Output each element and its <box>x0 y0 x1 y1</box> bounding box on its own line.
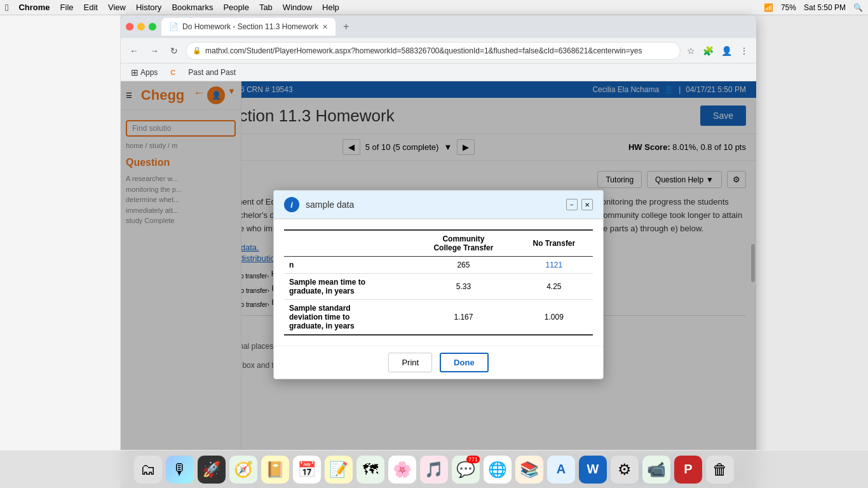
dock-systemprefs[interactable]: ⚙ <box>611 456 639 484</box>
table-header-no-transfer: No Transfer <box>515 230 593 257</box>
extensions-button[interactable]: 🧩 <box>700 43 716 58</box>
apple-menu[interactable]:  <box>5 2 8 13</box>
bookmarks-bar: ⊞ Apps C Past and Past <box>121 64 756 81</box>
dock-notes2[interactable]: 📔 <box>261 456 289 484</box>
tab-title: Do Homework - Section 11.3 Homework <box>182 22 318 31</box>
cell-mean-community: 5.33 <box>412 274 515 300</box>
cell-std-community: 1.167 <box>412 300 515 336</box>
menu-edit[interactable]: Edit <box>84 3 98 12</box>
dock-maps[interactable]: 🗺 <box>356 456 384 484</box>
dock-music[interactable]: 🎵 <box>420 456 448 484</box>
dock-siri[interactable]: 🎙 <box>166 456 194 484</box>
sample-data-table: CommunityCollege Transfer No Transfer n … <box>284 229 593 336</box>
menu-tab[interactable]: Tab <box>259 3 273 12</box>
dock-messages[interactable]: 💬 771 <box>452 456 480 484</box>
modal-footer: Print Done <box>274 346 603 379</box>
row-label-n: n <box>284 257 412 274</box>
apps-label: Apps <box>140 68 158 77</box>
menu-chrome[interactable]: Chrome <box>18 3 50 12</box>
cell-std-no-transfer: 1.009 <box>515 300 593 336</box>
dock-trash[interactable]: 🗑 <box>706 456 734 484</box>
chrome-menu-button[interactable]: ⋮ <box>737 43 751 58</box>
table-header-community: CommunityCollege Transfer <box>412 230 515 257</box>
battery-status: 75% <box>781 3 796 12</box>
menu-file[interactable]: File <box>60 3 74 12</box>
dock-appstore[interactable]: A <box>547 456 575 484</box>
forward-button[interactable]: → <box>146 43 163 58</box>
close-window-button[interactable] <box>126 23 133 30</box>
desktop-left <box>0 15 121 488</box>
dock-books[interactable]: 📚 <box>515 456 543 484</box>
back-button[interactable]: ← <box>126 43 142 58</box>
apps-grid-icon: ⊞ <box>131 67 139 78</box>
reload-button[interactable]: ↻ <box>166 43 182 58</box>
traffic-lights <box>126 23 156 30</box>
row-label-std: Sample standarddeviation time tograduate… <box>284 300 412 336</box>
bookmark-star-button[interactable]: ☆ <box>684 43 698 58</box>
dock-facetime[interactable]: 📹 <box>642 456 670 484</box>
modal-title: sample data <box>306 200 560 210</box>
dock-launchpad[interactable]: 🚀 <box>198 456 226 484</box>
maximize-window-button[interactable] <box>149 23 156 30</box>
chegg-bookmark-icon: C <box>170 69 175 76</box>
minimize-window-button[interactable] <box>137 23 145 30</box>
modal-minimize-button[interactable]: − <box>566 199 578 210</box>
dock-safari[interactable]: 🧭 <box>229 456 257 484</box>
cell-n-no-transfer: 1121 <box>515 257 593 274</box>
menu-view[interactable]: View <box>108 3 126 12</box>
modal-close-button[interactable]: ✕ <box>581 199 593 210</box>
table-row: n 265 1121 <box>284 257 593 274</box>
print-button[interactable]: Print <box>388 353 432 372</box>
table-header-empty <box>284 230 412 257</box>
new-tab-button[interactable]: + <box>343 21 349 32</box>
dock-notes[interactable]: 📝 <box>325 456 353 484</box>
dock-finder[interactable]: 🗂 <box>134 456 162 484</box>
done-button[interactable]: Done <box>440 353 489 372</box>
datetime: Sat 5:50 PM <box>804 3 846 12</box>
url-text: mathxl.com/Student/PlayerHomework.aspx?h… <box>205 46 642 55</box>
dock: 🗂 🎙 🚀 🧭 📔 📅 📝 🗺 🌸 🎵 💬 771 🌐 📚 A W ⚙ 📹 P … <box>0 450 868 488</box>
dock-word[interactable]: W <box>579 456 607 484</box>
wifi-icon: 📶 <box>764 3 773 12</box>
info-icon: i <box>284 197 299 212</box>
profile-button[interactable]: 👤 <box>719 43 735 58</box>
modal-controls: − ✕ <box>566 199 593 210</box>
bookmark-apps[interactable]: ⊞ Apps <box>126 66 163 79</box>
menu-window[interactable]: Window <box>283 3 312 12</box>
chrome-titlebar: 📄 Do Homework - Section 11.3 Homework ✕ … <box>121 15 756 38</box>
table-row: Sample mean time tograduate, in years 5.… <box>284 274 593 300</box>
menu-history[interactable]: History <box>136 3 161 12</box>
menubar-right: 📶 75% Sat 5:50 PM 🔍 <box>764 3 863 12</box>
tab-close-button[interactable]: ✕ <box>322 23 328 31</box>
menu-bookmarks[interactable]: Bookmarks <box>172 3 213 12</box>
address-bar[interactable]: 🔒 mathxl.com/Student/PlayerHomework.aspx… <box>186 42 681 60</box>
search-icon[interactable]: 🔍 <box>853 3 863 12</box>
menu-people[interactable]: People <box>223 3 248 12</box>
table-row: Sample standarddeviation time tograduate… <box>284 300 593 336</box>
cell-mean-no-transfer: 4.25 <box>515 274 593 300</box>
dock-calendar[interactable]: 📅 <box>293 456 321 484</box>
messages-badge: 771 <box>466 456 480 463</box>
content-area: ☰ Chegg ← 👤 ▼ Find solutio home / study … <box>121 81 756 488</box>
row-label-mean: Sample mean time tograduate, in years <box>284 274 412 300</box>
bookmark-chegg[interactable]: C <box>165 67 180 78</box>
chrome-window: 📄 Do Homework - Section 11.3 Homework ✕ … <box>121 15 756 488</box>
dock-photos[interactable]: 🌸 <box>388 456 416 484</box>
menu-help[interactable]: Help <box>322 3 339 12</box>
toolbar-icons: ☆ 🧩 👤 ⋮ <box>684 43 751 58</box>
modal-body: CommunityCollege Transfer No Transfer n … <box>274 219 603 346</box>
lock-icon: 🔒 <box>193 46 201 55</box>
sample-data-modal: i sample data − ✕ CommunityCol <box>273 190 604 379</box>
chrome-toolbar: ← → ↻ 🔒 mathxl.com/Student/PlayerHomewor… <box>121 38 756 64</box>
main-content: MATH 1401 Spring 2021 Sec 096 CRN # 1954… <box>121 81 756 488</box>
modal-header: i sample data − ✕ <box>274 191 603 219</box>
dock-powerpoint[interactable]: P <box>674 456 702 484</box>
cell-n-community: 265 <box>412 257 515 274</box>
chrome-tab[interactable]: 📄 Do Homework - Section 11.3 Homework ✕ <box>161 18 336 36</box>
bookmark-past-label: Past and Past <box>188 68 236 77</box>
bookmark-past[interactable]: Past and Past <box>183 67 241 78</box>
modal-overlay: i sample data − ✕ CommunityCol <box>121 81 756 488</box>
dock-chrome[interactable]: 🌐 <box>484 456 512 484</box>
mac-menubar:  Chrome File Edit View History Bookmark… <box>0 0 868 15</box>
